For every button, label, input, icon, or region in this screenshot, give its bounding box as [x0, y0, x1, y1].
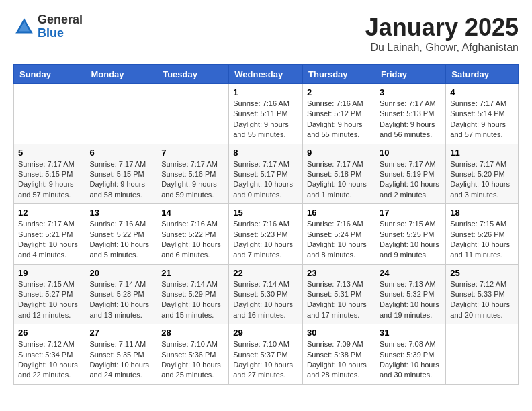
day-number: 15 [233, 208, 298, 218]
cell-w2-d7: 11Sunrise: 7:17 AM Sunset: 5:20 PM Dayli… [446, 144, 519, 204]
day-info: Sunrise: 7:11 AM Sunset: 5:35 PM Dayligh… [89, 339, 152, 381]
day-info: Sunrise: 7:16 AM Sunset: 5:12 PM Dayligh… [307, 99, 371, 140]
day-number: 21 [161, 268, 224, 278]
day-number: 19 [18, 268, 81, 278]
day-number: 5 [18, 148, 81, 158]
day-info: Sunrise: 7:16 AM Sunset: 5:23 PM Dayligh… [233, 219, 298, 261]
cell-w1-d6: 3Sunrise: 7:17 AM Sunset: 5:13 PM Daylig… [375, 84, 445, 144]
week-row-3: 12Sunrise: 7:17 AM Sunset: 5:21 PM Dayli… [14, 204, 519, 265]
day-info: Sunrise: 7:12 AM Sunset: 5:34 PM Dayligh… [18, 339, 81, 381]
week-row-4: 19Sunrise: 7:15 AM Sunset: 5:27 PM Dayli… [14, 264, 519, 324]
day-number: 28 [161, 328, 224, 338]
day-number: 14 [161, 208, 224, 218]
day-info: Sunrise: 7:16 AM Sunset: 5:24 PM Dayligh… [307, 219, 371, 261]
calendar-header: Sunday Monday Tuesday Wednesday Thursday… [14, 65, 519, 84]
cell-w2-d6: 10Sunrise: 7:17 AM Sunset: 5:19 PM Dayli… [375, 144, 445, 204]
day-info: Sunrise: 7:08 AM Sunset: 5:39 PM Dayligh… [380, 339, 441, 381]
week-row-2: 5Sunrise: 7:17 AM Sunset: 5:15 PM Daylig… [14, 144, 519, 204]
day-info: Sunrise: 7:12 AM Sunset: 5:33 PM Dayligh… [450, 279, 514, 321]
cell-w2-d3: 7Sunrise: 7:17 AM Sunset: 5:16 PM Daylig… [157, 144, 229, 204]
day-info: Sunrise: 7:15 AM Sunset: 5:27 PM Dayligh… [18, 279, 81, 321]
cell-w4-d5: 23Sunrise: 7:13 AM Sunset: 5:31 PM Dayli… [303, 264, 375, 324]
cell-w3-d6: 17Sunrise: 7:15 AM Sunset: 5:25 PM Dayli… [375, 204, 445, 265]
day-info: Sunrise: 7:13 AM Sunset: 5:31 PM Dayligh… [307, 279, 371, 321]
day-info: Sunrise: 7:17 AM Sunset: 5:15 PM Dayligh… [18, 159, 81, 201]
logo: General Blue [13, 13, 83, 40]
day-info: Sunrise: 7:15 AM Sunset: 5:25 PM Dayligh… [380, 219, 441, 261]
day-number: 26 [18, 328, 81, 338]
page-header: General Blue January 2025 Du Lainah, Gho… [13, 13, 519, 54]
cell-w4-d4: 22Sunrise: 7:14 AM Sunset: 5:30 PM Dayli… [229, 264, 303, 324]
logo-general: General [38, 13, 83, 27]
cell-w2-d2: 6Sunrise: 7:17 AM Sunset: 5:15 PM Daylig… [85, 144, 157, 204]
cell-w3-d7: 18Sunrise: 7:15 AM Sunset: 5:26 PM Dayli… [446, 204, 519, 265]
day-number: 18 [450, 208, 514, 218]
day-number: 12 [18, 208, 81, 218]
header-friday: Friday [375, 65, 445, 84]
day-info: Sunrise: 7:17 AM Sunset: 5:16 PM Dayligh… [161, 159, 224, 201]
cell-w5-d4: 29Sunrise: 7:10 AM Sunset: 5:37 PM Dayli… [229, 324, 303, 385]
calendar-table: Sunday Monday Tuesday Wednesday Thursday… [13, 64, 519, 385]
day-number: 6 [89, 148, 152, 158]
day-info: Sunrise: 7:17 AM Sunset: 5:15 PM Dayligh… [89, 159, 152, 201]
logo-blue: Blue [38, 27, 83, 40]
cell-w5-d3: 28Sunrise: 7:10 AM Sunset: 5:36 PM Dayli… [157, 324, 229, 385]
header-sunday: Sunday [14, 65, 85, 84]
day-info: Sunrise: 7:13 AM Sunset: 5:32 PM Dayligh… [380, 279, 441, 321]
cell-w1-d7: 4Sunrise: 7:17 AM Sunset: 5:14 PM Daylig… [446, 84, 519, 144]
day-info: Sunrise: 7:14 AM Sunset: 5:28 PM Dayligh… [89, 279, 152, 321]
day-number: 24 [380, 268, 441, 278]
calendar-subtitle: Du Lainah, Ghowr, Afghanistan [365, 42, 519, 54]
day-info: Sunrise: 7:16 AM Sunset: 5:11 PM Dayligh… [233, 99, 298, 140]
cell-w5-d1: 26Sunrise: 7:12 AM Sunset: 5:34 PM Dayli… [14, 324, 85, 385]
day-info: Sunrise: 7:17 AM Sunset: 5:13 PM Dayligh… [380, 99, 441, 140]
cell-w2-d1: 5Sunrise: 7:17 AM Sunset: 5:15 PM Daylig… [14, 144, 85, 204]
logo-text: General Blue [38, 13, 83, 40]
calendar-body: 1Sunrise: 7:16 AM Sunset: 5:11 PM Daylig… [14, 84, 519, 385]
cell-w1-d4: 1Sunrise: 7:16 AM Sunset: 5:11 PM Daylig… [229, 84, 303, 144]
day-info: Sunrise: 7:10 AM Sunset: 5:37 PM Dayligh… [233, 339, 298, 381]
day-number: 9 [307, 148, 371, 158]
week-row-1: 1Sunrise: 7:16 AM Sunset: 5:11 PM Daylig… [14, 84, 519, 144]
cell-w1-d1 [14, 84, 85, 144]
day-number: 10 [380, 148, 441, 158]
title-section: January 2025 Du Lainah, Ghowr, Afghanist… [365, 13, 519, 54]
cell-w1-d2 [85, 84, 157, 144]
header-saturday: Saturday [446, 65, 519, 84]
day-number: 13 [89, 208, 152, 218]
header-row: Sunday Monday Tuesday Wednesday Thursday… [14, 65, 519, 84]
cell-w4-d3: 21Sunrise: 7:14 AM Sunset: 5:29 PM Dayli… [157, 264, 229, 324]
day-number: 17 [380, 208, 441, 218]
cell-w2-d4: 8Sunrise: 7:17 AM Sunset: 5:17 PM Daylig… [229, 144, 303, 204]
week-row-5: 26Sunrise: 7:12 AM Sunset: 5:34 PM Dayli… [14, 324, 519, 385]
day-number: 4 [450, 87, 514, 97]
day-number: 20 [89, 268, 152, 278]
day-info: Sunrise: 7:16 AM Sunset: 5:22 PM Dayligh… [89, 219, 152, 261]
header-monday: Monday [85, 65, 157, 84]
day-info: Sunrise: 7:16 AM Sunset: 5:22 PM Dayligh… [161, 219, 224, 261]
day-number: 1 [233, 87, 298, 97]
cell-w4-d2: 20Sunrise: 7:14 AM Sunset: 5:28 PM Dayli… [85, 264, 157, 324]
cell-w4-d7: 25Sunrise: 7:12 AM Sunset: 5:33 PM Dayli… [446, 264, 519, 324]
day-number: 2 [307, 87, 371, 97]
cell-w5-d5: 30Sunrise: 7:09 AM Sunset: 5:38 PM Dayli… [303, 324, 375, 385]
day-number: 27 [89, 328, 152, 338]
day-number: 31 [380, 328, 441, 338]
cell-w3-d3: 14Sunrise: 7:16 AM Sunset: 5:22 PM Dayli… [157, 204, 229, 265]
header-wednesday: Wednesday [229, 65, 303, 84]
cell-w3-d5: 16Sunrise: 7:16 AM Sunset: 5:24 PM Dayli… [303, 204, 375, 265]
day-number: 29 [233, 328, 298, 338]
day-info: Sunrise: 7:10 AM Sunset: 5:36 PM Dayligh… [161, 339, 224, 381]
calendar-title: January 2025 [365, 13, 519, 42]
day-number: 11 [450, 148, 514, 158]
day-number: 7 [161, 148, 224, 158]
day-info: Sunrise: 7:17 AM Sunset: 5:21 PM Dayligh… [18, 219, 81, 261]
cell-w5-d2: 27Sunrise: 7:11 AM Sunset: 5:35 PM Dayli… [85, 324, 157, 385]
cell-w5-d7 [446, 324, 519, 385]
cell-w4-d1: 19Sunrise: 7:15 AM Sunset: 5:27 PM Dayli… [14, 264, 85, 324]
day-info: Sunrise: 7:17 AM Sunset: 5:18 PM Dayligh… [307, 159, 371, 201]
day-number: 30 [307, 328, 371, 338]
cell-w3-d2: 13Sunrise: 7:16 AM Sunset: 5:22 PM Dayli… [85, 204, 157, 265]
cell-w1-d5: 2Sunrise: 7:16 AM Sunset: 5:12 PM Daylig… [303, 84, 375, 144]
header-tuesday: Tuesday [157, 65, 229, 84]
